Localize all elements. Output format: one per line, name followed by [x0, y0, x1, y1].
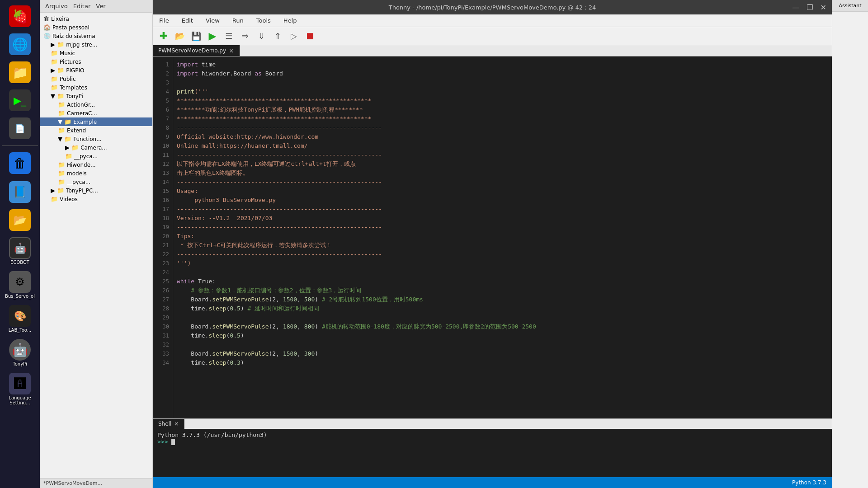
fm-item-raiz[interactable]: 💿 Raíz do sistema	[40, 32, 152, 40]
shell-panel: Shell × Python 3.7.3 (/usr/bin/python3) …	[153, 418, 832, 477]
fm-item-models[interactable]: 📁 models	[40, 169, 152, 178]
line-numbers: 1234 5678 9101112 13141516 17181920 2122…	[153, 56, 173, 418]
fm-menu-arquivo[interactable]: Arquivo	[43, 2, 70, 10]
tonypi-icon[interactable]: 🤖 TonyPi	[2, 337, 38, 368]
shell-tab-label: Shell	[158, 421, 171, 427]
fm-item-music[interactable]: 📁 Music	[40, 49, 152, 57]
fm-item-actiongr[interactable]: 📁 ActionGr...	[40, 100, 152, 109]
toolbar: ✚ 📂 💾 ▶ ☰ ⇒ ⇓ ⇑ ▷ ⏹	[153, 27, 832, 45]
fm-item-mjpg[interactable]: ▶ 📁 mjpg-stre...	[40, 40, 152, 49]
fm-item-camera[interactable]: ▶ 📁 Camera...	[40, 143, 152, 152]
fm-item-extend[interactable]: 📁 Extend	[40, 126, 152, 135]
language-icon[interactable]: 🅰 Language Setting...	[2, 371, 38, 407]
shell-prompt-line: >>>	[157, 438, 827, 445]
thonny-area: Thonny - /home/pi/TonyPi/Example/PWMServ…	[153, 0, 832, 488]
file-manager: Arquivo Editar Ver 🗑 Lixeira 🏠 Pasta pes…	[40, 0, 153, 488]
menu-view[interactable]: View	[203, 16, 222, 25]
code-content[interactable]: import time import hiwonder.Board as Boa…	[173, 56, 832, 418]
menu-file[interactable]: File	[156, 16, 172, 25]
shell-tab[interactable]: Shell ×	[153, 419, 184, 429]
step-into-btn[interactable]: ⇓	[254, 29, 269, 43]
lab-tools-label: LAB_Too...	[9, 328, 32, 333]
fm-tree: 🗑 Lixeira 🏠 Pasta pessoal 💿 Raíz do sist…	[40, 13, 152, 478]
shell-content[interactable]: Python 3.7.3 (/usr/bin/python3) >>>	[153, 429, 832, 477]
fm-current-file: *PWMServoMoveDem...	[43, 480, 102, 486]
menu-help[interactable]: Help	[281, 16, 300, 25]
fm-item-pycache2[interactable]: 📁 __pyca...	[40, 178, 152, 186]
folder-icon-top[interactable]: 📁	[2, 60, 38, 85]
shell-python-version: Python 3.7.3 (/usr/bin/python3)	[157, 432, 827, 438]
restore-btn[interactable]: ❐	[805, 2, 815, 13]
minimize-btn[interactable]: —	[790, 2, 801, 13]
fm-item-tonypi[interactable]: ▼ 📁 TonyPi	[40, 92, 152, 100]
fm-item-example[interactable]: ▼ 📁 Example	[40, 117, 152, 126]
step-over-btn[interactable]: ⇒	[238, 29, 252, 43]
fm-item-lixeira[interactable]: 🗑 Lixeira	[40, 14, 152, 23]
shell-close-btn[interactable]: ×	[174, 421, 179, 427]
menu-bar: File Edit View Run Tools Help	[153, 14, 832, 27]
fm-item-pictures[interactable]: 📁 Pictures	[40, 57, 152, 66]
run-btn[interactable]: ▶	[205, 29, 220, 43]
fm-item-public[interactable]: 📁 Public	[40, 75, 152, 83]
fm-bottom: *PWMServoMoveDem...	[40, 478, 152, 488]
editor-tabs: PWMServoMoveDemo.py ×	[153, 45, 832, 56]
fm-item-pasta-pessoal[interactable]: 🏠 Pasta pessoal	[40, 23, 152, 32]
open-file-btn[interactable]: 📂	[173, 29, 187, 43]
debug-btn[interactable]: ☰	[222, 29, 236, 43]
stop-btn[interactable]: ⏹	[303, 29, 317, 43]
browser-icon[interactable]: 🌐	[2, 32, 38, 57]
close-tab-btn[interactable]: ×	[229, 47, 234, 54]
text-editor-icon[interactable]: 📄	[2, 116, 38, 141]
save-file-btn[interactable]: 💾	[189, 29, 203, 43]
code-editor[interactable]: 1234 5678 9101112 13141516 17181920 2122…	[153, 56, 832, 418]
fm-item-tonypi-pc[interactable]: ▶ 📁 TonyPi_PC...	[40, 186, 152, 195]
terminal-icon[interactable]: ▶_	[2, 88, 38, 113]
shell-cursor	[171, 439, 175, 445]
title-text: Thonny - /home/pi/TonyPi/Example/PWMServ…	[389, 4, 596, 11]
title-controls: — ❐ ✕	[790, 2, 828, 13]
assistant-panel: Assistant	[832, 0, 868, 488]
title-bar: Thonny - /home/pi/TonyPi/Example/PWMServ…	[153, 0, 832, 14]
editor-tab-label: PWMServoMoveDemo.py	[158, 47, 226, 54]
tonypi-label: TonyPi	[13, 361, 27, 366]
menu-edit[interactable]: Edit	[179, 16, 196, 25]
close-btn[interactable]: ✕	[819, 2, 828, 13]
ecobot-icon[interactable]: 🤖 ECOBOT	[2, 235, 38, 267]
fm-menu-editar[interactable]: Editar	[71, 2, 93, 10]
bus-servo-label: Bus_Servo_ol	[5, 294, 35, 299]
step-out-btn[interactable]: ⇑	[270, 29, 285, 43]
language-label: Language Setting...	[4, 395, 36, 405]
assistant-tab[interactable]: Assistant	[832, 0, 868, 12]
editor-tab-main[interactable]: PWMServoMoveDemo.py ×	[153, 45, 240, 56]
fm-item-function[interactable]: ▼ 📁 Function...	[40, 135, 152, 143]
bus-servo-icon[interactable]: ⚙ Bus_Servo_ol	[2, 269, 38, 300]
fm-item-videos[interactable]: 📁 Videos	[40, 195, 152, 203]
fm-item-pigpio[interactable]: ▶ 📁 PIGPIO	[40, 66, 152, 75]
status-bar: Python 3.7.3	[153, 477, 832, 488]
fm-item-pycache1[interactable]: 📁 __pyca...	[40, 152, 152, 160]
fm-item-camerac[interactable]: 📁 CameraC...	[40, 109, 152, 117]
shell-tabs: Shell ×	[153, 418, 832, 429]
blue-folder-icon[interactable]: 📘	[2, 179, 38, 205]
new-folder-icon[interactable]: 📂	[2, 207, 38, 233]
menu-tools[interactable]: Tools	[254, 16, 274, 25]
fm-menu-ver[interactable]: Ver	[94, 2, 107, 10]
lab-tools-icon[interactable]: 🎨 LAB_Too...	[2, 303, 38, 334]
fm-item-templates[interactable]: 📁 Templates	[40, 83, 152, 92]
fm-item-hiwonde[interactable]: 📁 Hiwonde...	[40, 160, 152, 169]
fm-toolbar: Arquivo Editar Ver	[40, 0, 152, 13]
shell-prompt: >>>	[157, 438, 171, 445]
trash-icon[interactable]: 🗑	[2, 150, 38, 177]
ecobot-label: ECOBOT	[10, 260, 29, 265]
desktop-sidebar: 🍓 🌐 📁 ▶_ 📄 🗑 📘 📂 🤖 ECOBOT ⚙	[0, 0, 40, 488]
new-file-btn[interactable]: ✚	[156, 29, 171, 43]
raspberry-icon[interactable]: 🍓	[2, 4, 38, 29]
status-text: Python 3.7.3	[792, 479, 826, 486]
menu-run[interactable]: Run	[230, 16, 246, 25]
resume-btn[interactable]: ▷	[287, 29, 301, 43]
